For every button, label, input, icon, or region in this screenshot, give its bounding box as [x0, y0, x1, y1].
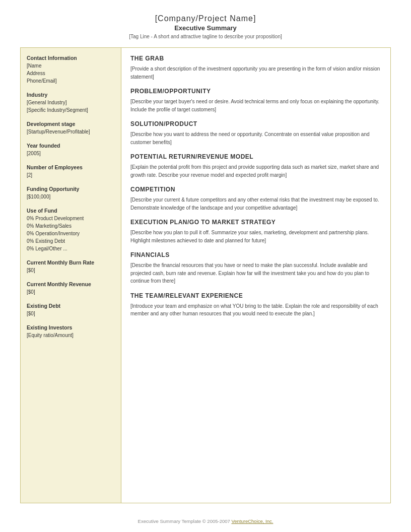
footer-text: Executive Summary Template © 2005-2007: [138, 518, 232, 524]
right-body-2: [Describe how you want to address the ne…: [130, 130, 381, 146]
left-value-6-2: 0% Operation/Inventory: [27, 230, 115, 237]
left-label-3: Year founded: [27, 143, 115, 149]
left-section-2: Development stage[Startup/Revenue/Profit…: [27, 121, 115, 136]
left-label-0: Contact Information: [27, 55, 115, 61]
left-section-1: Industry[General Industry][Specific Indu…: [27, 92, 115, 114]
left-value-0-0: [Name: [27, 62, 115, 70]
right-section-1: PROBLEM/OPPORTUNITY[Describe your target…: [130, 88, 381, 113]
right-section-2: SOLUTION/PRODUCT[Describe how you want t…: [130, 120, 381, 146]
right-section-3: POTENTIAL RETURN/REVENUE MODEL[Explain t…: [130, 153, 381, 179]
left-value-2-0: [Startup/Revenue/Profitable]: [27, 128, 115, 136]
right-body-0: [Provide a short description of the inve…: [130, 65, 381, 81]
right-body-6: [Describe the financial resources that y…: [130, 261, 381, 285]
right-section-0: THE GRAB[Provide a short description of …: [130, 55, 381, 81]
left-label-8: Current Monthly Revenue: [27, 281, 115, 287]
right-heading-4: COMPETITION: [130, 186, 381, 193]
left-value-0-1: Address: [27, 70, 115, 77]
right-section-6: FINANCIALS[Describe the financial resour…: [130, 251, 381, 285]
left-label-6: Use of Fund: [27, 208, 115, 214]
left-section-0: Contact Information[NameAddressPhone/Ema…: [27, 55, 115, 85]
right-heading-2: SOLUTION/PRODUCT: [130, 120, 381, 127]
left-value-8-0: [$0]: [27, 288, 115, 296]
right-body-1: [Describe your target buyer's need or de…: [130, 98, 381, 113]
left-label-7: Current Monthly Burn Rate: [27, 259, 115, 265]
left-label-4: Number of Employees: [27, 164, 115, 170]
left-label-9: Existing Debt: [27, 303, 115, 309]
right-body-7: [Introduce your team and emphasize on wh…: [130, 302, 381, 318]
left-value-3-0: [2005]: [27, 150, 115, 157]
right-panel: THE GRAB[Provide a short description of …: [121, 48, 390, 503]
left-section-4: Number of Employees[2]: [27, 164, 115, 179]
doc-subtitle: Executive Summary: [20, 24, 391, 32]
left-section-3: Year founded[2005]: [27, 143, 115, 157]
right-body-5: [Describe how you plan to pull it off. S…: [130, 229, 381, 244]
left-section-9: Existing Debt[$0]: [27, 303, 115, 317]
right-body-3: [Explain the potential profit from this …: [130, 163, 381, 179]
left-value-5-0: [$100,000]: [27, 193, 115, 201]
left-label-2: Development stage: [27, 121, 115, 127]
left-value-6-3: 0% Existing Debt: [27, 237, 115, 245]
left-value-7-0: [$0]: [27, 267, 115, 274]
tagline: [Tag Line - A short and attractive tagli…: [20, 34, 391, 39]
left-label-1: Industry: [27, 92, 115, 98]
right-heading-7: THE TEAM/RELEVANT EXPERIENCE: [130, 292, 381, 299]
left-section-6: Use of Fund0% Product Development0% Mark…: [27, 208, 115, 252]
right-heading-3: POTENTIAL RETURN/REVENUE MODEL: [130, 153, 381, 160]
right-section-5: EXECUTION PLAN/GO TO MARKET STRATEGY[Des…: [130, 219, 381, 244]
page: [Company/Project Name] Executive Summary…: [0, 0, 411, 532]
left-value-6-4: 0% Legal/Other ...: [27, 245, 115, 252]
right-section-4: COMPETITION[Describe your current & futu…: [130, 186, 381, 212]
left-panel: Contact Information[NameAddressPhone/Ema…: [21, 48, 121, 503]
left-section-5: Funding Opportunity[$100,000]: [27, 186, 115, 201]
footer: Executive Summary Template © 2005-2007 V…: [0, 513, 411, 532]
left-value-6-0: 0% Product Development: [27, 215, 115, 222]
right-body-4: [Describe your current & future competit…: [130, 196, 381, 212]
left-value-6-1: 0% Marketing/Sales: [27, 222, 115, 230]
right-heading-1: PROBLEM/OPPORTUNITY: [130, 88, 381, 95]
right-heading-0: THE GRAB: [130, 55, 381, 62]
left-label-5: Funding Opportunity: [27, 186, 115, 192]
company-title: [Company/Project Name]: [20, 14, 391, 23]
left-label-10: Existing Investors: [27, 324, 115, 330]
left-value-0-2: Phone/Email]: [27, 77, 115, 85]
left-value-1-1: [Specific Industry/Segment]: [27, 106, 115, 114]
left-value-9-0: [$0]: [27, 310, 115, 317]
header: [Company/Project Name] Executive Summary…: [0, 0, 411, 47]
left-section-10: Existing Investors[Equity ratio/Amount]: [27, 324, 115, 339]
left-value-10-0: [Equity ratio/Amount]: [27, 331, 115, 339]
main-content: Contact Information[NameAddressPhone/Ema…: [20, 47, 391, 503]
right-heading-5: EXECUTION PLAN/GO TO MARKET STRATEGY: [130, 219, 381, 226]
right-section-7: THE TEAM/RELEVANT EXPERIENCE[Introduce y…: [130, 292, 381, 318]
footer-link[interactable]: VentureChoice, Inc.: [231, 518, 273, 524]
right-heading-6: FINANCIALS: [130, 251, 381, 258]
left-value-1-0: [General Industry]: [27, 99, 115, 106]
left-section-7: Current Monthly Burn Rate[$0]: [27, 259, 115, 274]
left-section-8: Current Monthly Revenue[$0]: [27, 281, 115, 296]
left-value-4-0: [2]: [27, 171, 115, 179]
